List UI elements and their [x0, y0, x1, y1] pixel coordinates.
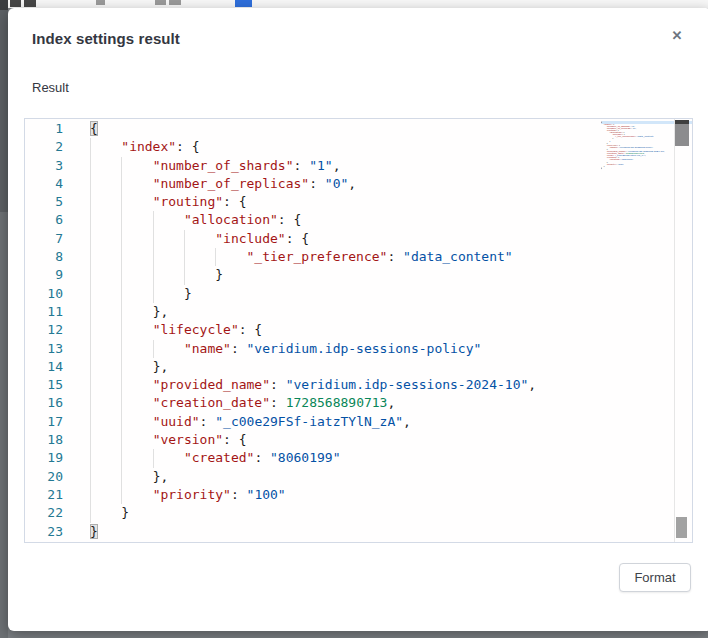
- code-line: },: [90, 303, 692, 321]
- editor-code[interactable]: { "index": { "number_of_shards": "1", "n…: [90, 120, 692, 541]
- indent-guide: [121, 340, 122, 358]
- indent-guide: [184, 230, 185, 248]
- indent-guide: [90, 413, 91, 431]
- code-line: "_tier_preference": "data_content": [90, 248, 692, 266]
- code-line: "include": {: [90, 230, 692, 248]
- indent-guide: [153, 285, 154, 303]
- index-settings-modal: Index settings result ✕ Result 123456789…: [8, 8, 708, 631]
- scrollbar-track: [674, 119, 675, 542]
- background-link-fragment: [235, 0, 252, 7]
- indent-guide: [90, 266, 91, 284]
- indent-guide: [121, 486, 122, 504]
- indent-guide: [121, 266, 122, 284]
- indent-guide: [90, 449, 91, 467]
- indent-guide: [121, 248, 122, 266]
- indent-guide: [90, 504, 91, 522]
- indent-guide: [153, 449, 154, 467]
- line-number: 14: [25, 358, 90, 376]
- line-number: 13: [25, 340, 90, 358]
- code-line: "provided_name": "veridium.idp-sessions-…: [90, 376, 692, 394]
- code-line: "creation_date": 1728568890713,: [90, 394, 692, 412]
- indent-guide: [90, 193, 91, 211]
- line-number: 18: [25, 431, 90, 449]
- code-line: }: [90, 504, 692, 522]
- indent-guide: [153, 211, 154, 229]
- indent-guide: [121, 285, 122, 303]
- indent-guide: [121, 413, 122, 431]
- indent-guide: [90, 358, 91, 376]
- indent-guide: [184, 248, 185, 266]
- indent-guide: [121, 321, 122, 339]
- code-line: },: [90, 358, 692, 376]
- line-number: 21: [25, 486, 90, 504]
- code-line: "priority": "100": [90, 486, 692, 504]
- line-number: 4: [25, 175, 90, 193]
- indent-guide: [153, 340, 154, 358]
- code-line: "uuid": "_c00e29FSf-iatzTYlN_zA",: [90, 413, 692, 431]
- line-number: 6: [25, 211, 90, 229]
- background-page-fragment: [10, 0, 21, 7]
- code-line: "lifecycle": {: [90, 321, 692, 339]
- line-number: 11: [25, 303, 90, 321]
- indent-guide: [90, 321, 91, 339]
- background-panel-edge: [0, 8, 8, 212]
- close-icon[interactable]: ✕: [666, 24, 688, 46]
- line-number: 1: [25, 120, 90, 138]
- line-number: 3: [25, 157, 90, 175]
- code-line: "routing": {: [90, 193, 692, 211]
- indent-guide: [90, 486, 91, 504]
- indent-guide: [121, 230, 122, 248]
- code-line: }: [601, 167, 671, 169]
- background-page-fragment: [155, 0, 166, 5]
- background-page-top: [8, 0, 708, 8]
- overview-ruler-mark: [676, 517, 687, 538]
- line-number: 20: [25, 468, 90, 486]
- indent-guide: [90, 340, 91, 358]
- line-number: 7: [25, 230, 90, 248]
- line-number: 9: [25, 266, 90, 284]
- indent-guide: [121, 193, 122, 211]
- indent-guide: [121, 431, 122, 449]
- line-number: 23: [25, 523, 90, 541]
- background-page-fragment: [169, 0, 181, 5]
- json-code-editor[interactable]: 1234567891011121314151617181920212223 { …: [24, 118, 693, 543]
- code-line: }: [90, 266, 692, 284]
- line-number: 12: [25, 321, 90, 339]
- indent-guide: [153, 248, 154, 266]
- indent-guide: [90, 175, 91, 193]
- code-line: "allocation": {: [90, 211, 692, 229]
- line-number: 8: [25, 248, 90, 266]
- indent-guide: [90, 211, 91, 229]
- indent-guide: [90, 230, 91, 248]
- line-number: 15: [25, 376, 90, 394]
- code-line: "version": {: [90, 431, 692, 449]
- line-number: 22: [25, 504, 90, 522]
- indent-guide: [184, 266, 185, 284]
- indent-guide: [90, 303, 91, 321]
- indent-guide: [90, 468, 91, 486]
- indent-guide: [121, 394, 122, 412]
- indent-guide: [90, 157, 91, 175]
- indent-guide: [121, 358, 122, 376]
- indent-guide: [215, 248, 216, 266]
- indent-guide: [90, 285, 91, 303]
- indent-guide: [121, 157, 122, 175]
- indent-guide: [90, 138, 91, 156]
- line-number: 2: [25, 138, 90, 156]
- background-page-fragment: [96, 0, 105, 5]
- indent-guide: [121, 175, 122, 193]
- indent-guide: [90, 248, 91, 266]
- format-button[interactable]: Format: [619, 563, 691, 592]
- code-line: },: [90, 468, 692, 486]
- indent-guide: [90, 394, 91, 412]
- background-page-fragment: [0, 0, 8, 10]
- line-number: 5: [25, 193, 90, 211]
- result-label: Result: [32, 80, 69, 95]
- line-number: 10: [25, 285, 90, 303]
- line-number: 19: [25, 449, 90, 467]
- line-number: 16: [25, 394, 90, 412]
- editor-minimap[interactable]: { "index": { "number_of_shards": "1", "n…: [601, 121, 673, 179]
- modal-title: Index settings result: [32, 30, 180, 47]
- code-line: }: [90, 523, 692, 541]
- scrollbar-thumb[interactable]: [675, 120, 689, 146]
